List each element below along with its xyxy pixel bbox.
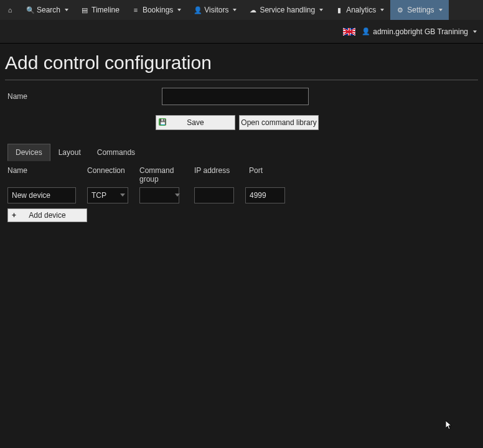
save-button-label: Save: [187, 118, 204, 127]
command-group-select[interactable]: [139, 187, 183, 203]
tab-layout-label: Layout: [59, 148, 81, 157]
home-icon: ⌂: [6, 6, 14, 14]
grid-row: [0, 186, 483, 205]
plus-icon: +: [12, 211, 16, 220]
nav-service-label: Service handling: [260, 6, 315, 14]
nav-settings-label: Settings: [407, 6, 434, 14]
nav-analytics-label: Analytics: [346, 6, 376, 14]
flag-uk-icon[interactable]: [343, 28, 355, 35]
top-nav: ⌂ 🔍 Search ▤ Timeline ≡ Bookings 👤 Visit…: [0, 0, 483, 20]
caret-icon: [233, 9, 237, 11]
tab-devices[interactable]: Devices: [7, 144, 50, 161]
name-row: Name: [0, 88, 483, 105]
calendar-icon: ▤: [81, 6, 88, 14]
button-row: 💾 Save Open command library: [156, 115, 483, 130]
grid-header: Name Connection Command group IP address…: [0, 161, 483, 186]
nav-timeline-label: Timeline: [91, 6, 120, 14]
user-icon: 👤: [362, 27, 369, 35]
open-library-label: Open command library: [241, 118, 316, 127]
nav-visitors-label: Visitors: [204, 6, 228, 14]
col-ip: IP address: [194, 166, 238, 184]
caret-icon: [380, 9, 384, 11]
nav-search[interactable]: 🔍 Search: [20, 0, 75, 20]
nav-timeline[interactable]: ▤ Timeline: [75, 0, 126, 20]
tab-devices-label: Devices: [16, 148, 42, 157]
nav-search-label: Search: [37, 6, 60, 14]
nav-visitors[interactable]: 👤 Visitors: [187, 0, 243, 20]
nav-settings[interactable]: ⚙ Settings: [390, 0, 448, 20]
chevron-down-icon: [175, 194, 180, 197]
add-device-button[interactable]: + Add device: [7, 208, 87, 222]
caret-icon: [65, 9, 68, 11]
nav-bookings-label: Bookings: [143, 6, 173, 14]
nav-service[interactable]: ☁ Service handling: [243, 0, 329, 20]
nav-home[interactable]: ⌂: [0, 0, 20, 20]
list-icon: ≡: [132, 6, 139, 14]
user-icon: 👤: [194, 6, 201, 14]
user-bar: 👤 admin.gobright GB Tranining: [0, 20, 483, 44]
caret-icon: [319, 9, 323, 11]
chart-icon: ▮: [335, 6, 343, 14]
cursor-icon: [446, 421, 453, 431]
tab-layout[interactable]: Layout: [50, 144, 89, 161]
caret-icon: [439, 9, 443, 11]
search-icon: 🔍: [26, 6, 34, 14]
col-port: Port: [249, 166, 286, 184]
chevron-down-icon: [120, 194, 125, 197]
user-menu[interactable]: 👤 admin.gobright GB Tranining: [362, 27, 477, 36]
user-name: admin.gobright GB Tranining: [373, 27, 468, 36]
tabs: Devices Layout Commands: [7, 144, 483, 161]
nav-bookings[interactable]: ≡ Bookings: [126, 0, 187, 20]
col-connection: Connection: [87, 166, 128, 184]
tab-commands[interactable]: Commands: [89, 144, 143, 161]
name-label: Name: [0, 92, 162, 101]
page-title: Add control configuration: [0, 44, 483, 77]
caret-icon: [473, 30, 477, 33]
cloud-icon: ☁: [249, 6, 256, 14]
save-icon: 💾: [159, 118, 166, 126]
col-name: Name: [7, 166, 76, 184]
connection-select[interactable]: [87, 187, 128, 203]
tab-commands-label: Commands: [97, 148, 135, 157]
command-group-value[interactable]: [139, 187, 179, 203]
nav-analytics[interactable]: ▮ Analytics: [329, 0, 390, 20]
name-input[interactable]: [162, 88, 309, 105]
port-input[interactable]: [245, 187, 285, 203]
gear-icon: ⚙: [396, 6, 404, 14]
divider: [5, 80, 478, 80]
ip-input[interactable]: [194, 187, 234, 203]
add-device-label: Add device: [29, 211, 65, 220]
open-library-button[interactable]: Open command library: [239, 115, 319, 130]
device-name-input[interactable]: [7, 187, 76, 203]
save-button[interactable]: 💾 Save: [156, 115, 235, 130]
col-command-group: Command group: [139, 166, 183, 184]
caret-icon: [177, 9, 181, 11]
